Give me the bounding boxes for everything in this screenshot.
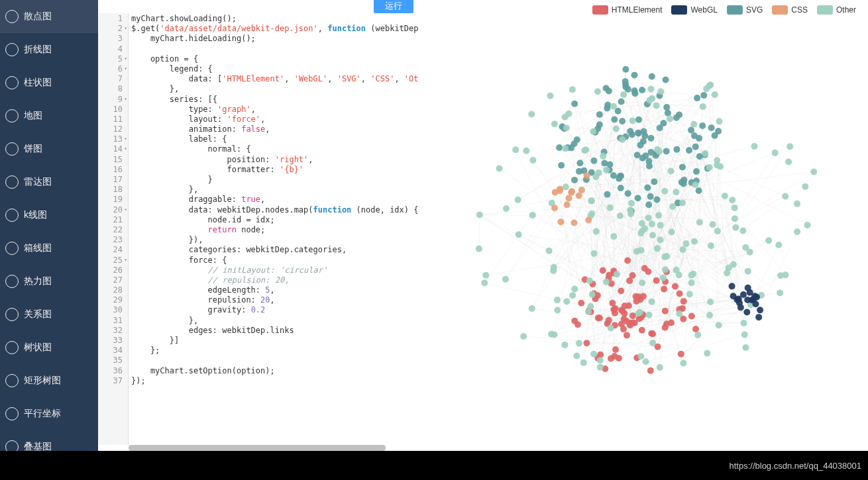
sidebar-item-radar[interactable]: 雷达图: [0, 166, 98, 199]
graph-node[interactable]: [597, 364, 604, 371]
graph-node[interactable]: [476, 246, 482, 252]
graph-node[interactable]: [503, 205, 510, 212]
graph-node[interactable]: [645, 201, 652, 208]
sidebar-item-box[interactable]: 箱线图: [0, 232, 98, 265]
graph-node[interactable]: [558, 162, 565, 169]
graph-node[interactable]: [608, 325, 614, 332]
graph-node[interactable]: [657, 88, 664, 95]
graph-node[interactable]: [696, 219, 703, 226]
graph-node[interactable]: [561, 342, 568, 348]
graph-node[interactable]: [588, 211, 595, 217]
graph-node[interactable]: [708, 124, 715, 131]
graph-node[interactable]: [688, 312, 695, 319]
graph-node[interactable]: [702, 150, 708, 157]
graph-node[interactable]: [619, 118, 625, 124]
graph-node[interactable]: [729, 283, 735, 289]
graph-node[interactable]: [585, 309, 592, 315]
graph-node[interactable]: [582, 146, 589, 153]
graph-node[interactable]: [802, 183, 808, 190]
graph-node[interactable]: [576, 160, 583, 166]
graph-node[interactable]: [700, 92, 707, 99]
graph-node[interactable]: [679, 164, 686, 170]
graph-node[interactable]: [785, 159, 792, 166]
graph-node[interactable]: [611, 116, 618, 122]
graph-node[interactable]: [603, 167, 610, 173]
sidebar-item-tree[interactable]: 树状图: [0, 331, 98, 364]
graph-node[interactable]: [551, 205, 558, 211]
graph-node[interactable]: [663, 104, 670, 111]
graph-node[interactable]: [633, 248, 640, 255]
graph-node[interactable]: [481, 279, 488, 286]
graph-node[interactable]: [682, 240, 689, 247]
graph-node[interactable]: [551, 120, 558, 127]
graph-node[interactable]: [663, 148, 670, 154]
graph-node[interactable]: [649, 299, 655, 305]
graph-node[interactable]: [569, 86, 576, 93]
graph-node[interactable]: [596, 121, 603, 128]
graph-node[interactable]: [710, 221, 716, 228]
graph-node[interactable]: [745, 268, 751, 275]
graph-node[interactable]: [676, 311, 682, 317]
graph-node[interactable]: [621, 316, 627, 322]
graph-node[interactable]: [751, 143, 758, 150]
graph-node[interactable]: [628, 200, 635, 207]
graph-node[interactable]: [613, 126, 620, 132]
graph-node[interactable]: [715, 128, 722, 134]
graph-node[interactable]: [662, 308, 669, 314]
graph-node[interactable]: [627, 207, 633, 213]
graph-node[interactable]: [629, 320, 635, 326]
graph-node[interactable]: [657, 222, 664, 228]
graph-node[interactable]: [693, 168, 700, 175]
graph-node[interactable]: [618, 98, 625, 105]
graph-node[interactable]: [649, 232, 656, 238]
graph-node[interactable]: [476, 211, 483, 218]
graph-node[interactable]: [737, 304, 744, 311]
graph-node[interactable]: [716, 118, 723, 124]
graph-node[interactable]: [590, 128, 596, 135]
graph-node[interactable]: [696, 187, 702, 194]
graph-node[interactable]: [600, 267, 606, 274]
graph-node[interactable]: [619, 136, 625, 143]
graph-node[interactable]: [612, 346, 619, 353]
graph-node[interactable]: [680, 246, 686, 253]
graph-node[interactable]: [631, 87, 638, 94]
graph-node[interactable]: [640, 128, 647, 134]
graph-node[interactable]: [661, 286, 667, 293]
graph-node[interactable]: [692, 144, 699, 150]
graph-node[interactable]: [690, 121, 697, 128]
graph-node[interactable]: [782, 193, 788, 200]
graph-node[interactable]: [622, 66, 629, 73]
graph-node[interactable]: [714, 228, 721, 234]
graph-node[interactable]: [735, 296, 742, 303]
graph-node[interactable]: [743, 309, 750, 316]
graph-node[interactable]: [742, 244, 749, 251]
graph-node[interactable]: [571, 177, 578, 183]
graph-node[interactable]: [554, 307, 561, 314]
graph-node[interactable]: [603, 279, 610, 285]
graph-node[interactable]: [554, 297, 561, 303]
graph-node[interactable]: [617, 213, 624, 219]
graph-node[interactable]: [622, 78, 629, 85]
graph-node[interactable]: [707, 299, 714, 305]
graph-node[interactable]: [657, 364, 663, 371]
graph-node[interactable]: [661, 188, 668, 195]
graph-node[interactable]: [688, 126, 694, 133]
graph-node[interactable]: [660, 120, 667, 126]
graph-node[interactable]: [610, 172, 617, 179]
graph-node[interactable]: [742, 344, 749, 351]
graph-node[interactable]: [590, 158, 597, 164]
graph-node[interactable]: [732, 215, 738, 222]
graph-node[interactable]: [594, 88, 601, 95]
graph-node[interactable]: [585, 216, 592, 223]
graph-node[interactable]: [614, 271, 620, 277]
graph-node[interactable]: [653, 196, 660, 203]
graph-node[interactable]: [739, 227, 746, 234]
graph-node[interactable]: [704, 350, 710, 357]
graph-node[interactable]: [716, 322, 722, 328]
graph-node[interactable]: [626, 277, 633, 284]
graph-node[interactable]: [651, 179, 657, 185]
graph-node[interactable]: [596, 314, 603, 321]
sidebar-item-k[interactable]: k线图: [0, 199, 98, 232]
graph-node[interactable]: [580, 360, 587, 366]
sidebar-item-pie[interactable]: 饼图: [0, 132, 98, 166]
